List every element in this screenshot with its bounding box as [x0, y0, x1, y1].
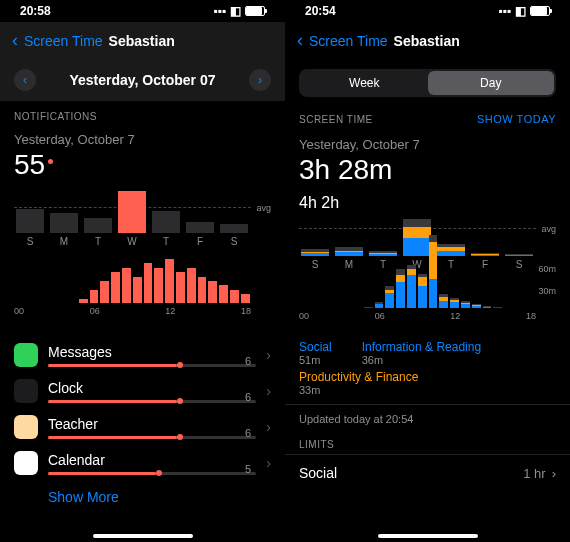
category-item[interactable]: Information & Reading36m: [362, 340, 481, 366]
signal-icon: ▪▪▪: [498, 4, 511, 18]
dot-indicator: [48, 159, 53, 164]
seg-day[interactable]: Day: [428, 71, 555, 95]
summary-subtitle: Yesterday, October 7: [299, 137, 556, 152]
category-item[interactable]: Social51m: [299, 340, 332, 366]
nav-title: Sebastian: [109, 33, 175, 49]
status-bar: 20:58 ▪▪▪ ◧: [0, 0, 285, 22]
chevron-right-icon: ›: [266, 419, 271, 435]
status-bar: 20:54 ▪▪▪ ◧: [285, 0, 570, 22]
section-header: NOTIFICATIONS: [0, 101, 285, 126]
wifi-icon: ◧: [515, 4, 526, 18]
show-today-button[interactable]: SHOW TODAY: [477, 113, 556, 125]
app-icon: [14, 379, 38, 403]
app-icon: [14, 343, 38, 367]
chevron-right-icon: ›: [266, 347, 271, 363]
status-time: 20:58: [20, 4, 51, 18]
app-icon: [14, 415, 38, 439]
category-item[interactable]: Productivity & Finance33m: [299, 370, 418, 396]
app-icon: [14, 451, 38, 475]
app-row[interactable]: Clock6›: [0, 373, 285, 409]
signal-icon: ▪▪▪: [213, 4, 226, 18]
nav-back-label[interactable]: Screen Time: [24, 33, 103, 49]
category-time: 36m: [362, 354, 481, 366]
home-indicator[interactable]: [378, 534, 478, 538]
app-slider: [48, 400, 256, 403]
section-header-row: SCREEN TIME SHOW TODAY: [285, 107, 570, 131]
app-slider: [48, 472, 256, 475]
nav-back-label[interactable]: Screen Time: [309, 33, 388, 49]
screentime-hour-chart[interactable]: 60m 30m 00061218: [299, 264, 556, 330]
app-row[interactable]: Calendar5›: [0, 445, 285, 481]
app-name: Clock: [48, 380, 256, 396]
back-icon[interactable]: ‹: [12, 30, 18, 51]
limit-row[interactable]: Social 1 hr ›: [285, 454, 570, 491]
screentime-summary: Yesterday, October 7 3h 28m 4h 2h avg SM…: [285, 131, 570, 336]
y-label: 60m: [538, 264, 556, 274]
limit-value: 1 hr ›: [523, 466, 556, 481]
app-row[interactable]: Teacher6›: [0, 409, 285, 445]
seg-week[interactable]: Week: [301, 71, 428, 95]
summary-subtitle: Yesterday, October 7: [14, 132, 271, 147]
phone-right: 20:54 ▪▪▪ ◧ ‹ Screen Time Sebastian Week…: [285, 0, 570, 542]
chevron-right-icon: ›: [266, 455, 271, 471]
status-time: 20:54: [305, 4, 336, 18]
segmented-control: Week Day: [299, 69, 556, 97]
phone-left: 20:58 ▪▪▪ ◧ ‹ Screen Time Sebastian ‹ Ye…: [0, 0, 285, 542]
app-row[interactable]: Messages6›: [0, 337, 285, 373]
section-label: SCREEN TIME: [299, 114, 373, 125]
limit-name: Social: [299, 465, 337, 481]
date-nav: ‹ Yesterday, October 07 ›: [0, 59, 285, 101]
wifi-icon: ◧: [230, 4, 241, 18]
app-name: Calendar: [48, 452, 256, 468]
y-label: 4h: [299, 194, 317, 211]
y-label: 30m: [538, 286, 556, 296]
category-name: Productivity & Finance: [299, 370, 418, 384]
chevron-right-icon: ›: [552, 466, 556, 481]
avg-label: avg: [256, 203, 271, 213]
total-time: 3h 28m: [299, 154, 556, 186]
notification-count: 55: [14, 149, 271, 181]
notifications-summary: Yesterday, October 7 55 avg SMTWTFS 0006…: [0, 126, 285, 331]
updated-label: Updated today at 20:54: [285, 404, 570, 433]
y-label: 2h: [321, 194, 339, 211]
app-count: 5: [245, 463, 251, 475]
status-icons: ▪▪▪ ◧: [498, 4, 550, 18]
nav-title: Sebastian: [394, 33, 460, 49]
prev-day-button[interactable]: ‹: [14, 69, 36, 91]
category-name: Social: [299, 340, 332, 354]
nav-bar: ‹ Screen Time Sebastian: [285, 22, 570, 59]
battery-icon: [245, 6, 265, 16]
notifications-hour-chart[interactable]: 00061218: [14, 259, 271, 325]
category-time: 33m: [299, 384, 418, 396]
notifications-week-chart[interactable]: avg SMTWTFS: [14, 189, 271, 251]
chevron-right-icon: ›: [266, 383, 271, 399]
app-count: 6: [245, 391, 251, 403]
limits-header: LIMITS: [285, 433, 570, 454]
category-name: Information & Reading: [362, 340, 481, 354]
app-count: 6: [245, 355, 251, 367]
screentime-week-chart[interactable]: 4h 2h avg SMTWTFS: [299, 194, 556, 256]
category-breakdown: Social51mInformation & Reading36mProduct…: [285, 336, 570, 404]
avg-label: avg: [541, 224, 556, 234]
status-icons: ▪▪▪ ◧: [213, 4, 265, 18]
home-indicator[interactable]: [93, 534, 193, 538]
date-label: Yesterday, October 07: [69, 72, 215, 88]
category-time: 51m: [299, 354, 332, 366]
app-slider: [48, 364, 256, 367]
back-icon[interactable]: ‹: [297, 30, 303, 51]
next-day-button[interactable]: ›: [249, 69, 271, 91]
app-name: Teacher: [48, 416, 256, 432]
app-list: Messages6›Clock6›Teacher6›Calendar5›: [0, 337, 285, 481]
battery-icon: [530, 6, 550, 16]
app-name: Messages: [48, 344, 256, 360]
show-more-button[interactable]: Show More: [0, 481, 285, 513]
app-count: 6: [245, 427, 251, 439]
nav-bar: ‹ Screen Time Sebastian: [0, 22, 285, 59]
app-slider: [48, 436, 256, 439]
